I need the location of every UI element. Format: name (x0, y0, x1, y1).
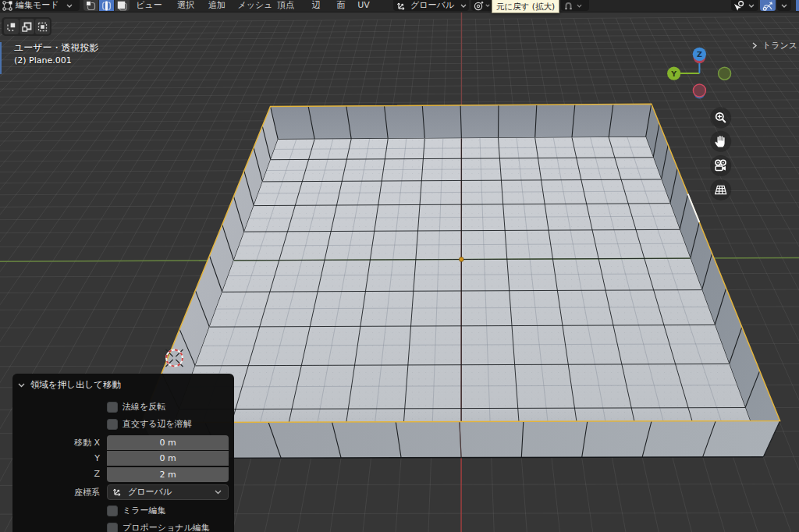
chevron-down-icon (748, 4, 755, 8)
active-object-label: (2) Plane.001 (14, 55, 72, 66)
overlays-dropdown-button[interactable] (777, 0, 791, 11)
dissolve-orthogonal-checkbox[interactable] (107, 419, 118, 430)
chevron-down-icon (18, 383, 25, 388)
move-z-label: Z (20, 469, 100, 479)
panel-orientation-dropdown[interactable]: グローバル (107, 484, 229, 500)
pan-button[interactable] (710, 131, 731, 152)
orientation-global-icon (112, 487, 123, 497)
operator-panel-header[interactable]: 領域を押し出して移動 (18, 379, 121, 391)
menu-face[interactable]: 面 (337, 0, 346, 11)
move-y-field[interactable]: 0 m (107, 451, 229, 466)
menu-mesh[interactable]: メッシュ (237, 0, 272, 11)
snap-button-group[interactable] (561, 0, 589, 11)
chevron-down-icon (577, 4, 582, 8)
camera-view-button[interactable] (710, 155, 731, 176)
xray-toggle-button[interactable] (796, 0, 799, 11)
gizmo-toggle-icon (733, 1, 744, 11)
menu-edge[interactable]: 辺 (312, 0, 321, 11)
mode-selector[interactable]: 編集モード (0, 0, 80, 11)
gizmo-x-ball (693, 84, 705, 97)
orientation-label: グローバル (410, 0, 454, 11)
proportional-editing-checkbox[interactable] (107, 523, 118, 532)
orientation-global-icon (396, 1, 407, 11)
move-z-field[interactable]: 2 m (107, 467, 229, 482)
select-mode-edge-button[interactable] (99, 0, 114, 11)
gizmo-y-label: Y (670, 69, 676, 78)
viewport-header: 編集モード (0, 0, 799, 12)
select-mode-face-button[interactable] (115, 0, 130, 11)
edit-mode-icon (2, 1, 12, 11)
toolbar-collapsed-sliver[interactable] (0, 42, 2, 74)
view-name-label: ユーザー・透視投影 (14, 41, 99, 55)
select-mode-group (83, 0, 130, 11)
orientation-dropdown[interactable]: グローバル (393, 0, 469, 11)
mirror-editing-row[interactable]: ミラー編集 (107, 505, 166, 516)
show-gizmo-button[interactable] (731, 0, 758, 11)
overlays-icon (762, 1, 773, 11)
select-subtract-button[interactable] (35, 19, 50, 34)
perspective-toggle-button[interactable] (710, 179, 731, 200)
mode-selector-label: 編集モード (16, 0, 59, 11)
show-overlays-button[interactable] (760, 0, 776, 11)
dissolve-orthogonal-label: 直交する辺を溶解 (123, 418, 192, 430)
operator-panel: 領域を押し出して移動 法線を反転 直交する辺を溶解 移動 X 0 m Y 0 m… (12, 374, 234, 532)
move-y-label: Y (20, 453, 100, 463)
menu-uv[interactable]: UV (357, 0, 370, 11)
dissolve-orthogonal-row[interactable]: 直交する辺を溶解 (107, 418, 192, 430)
select-extend-button[interactable] (20, 19, 34, 34)
chevron-down-icon (781, 4, 787, 8)
tooltip: 元に戻す (拡大) (492, 0, 559, 13)
move-x-label: 移動 X (20, 437, 100, 449)
flip-normals-checkbox[interactable] (107, 402, 118, 413)
proportional-editing-label: プロポーショナル編集 (123, 522, 210, 532)
menu-view[interactable]: ビュー (136, 0, 162, 11)
face-select-icon (117, 1, 127, 11)
zoom-button[interactable] (710, 108, 731, 129)
chevron-right-icon (751, 42, 758, 49)
edge-select-icon (101, 1, 112, 11)
flip-normals-row[interactable]: 法線を反転 (107, 401, 165, 413)
nav-buttons (710, 108, 731, 201)
gizmo-z-label: Z (697, 50, 702, 59)
mirror-editing-label: ミラー編集 (123, 505, 166, 516)
select-set-icon (6, 22, 16, 32)
menu-add[interactable]: 追加 (208, 0, 225, 11)
flip-normals-label: 法線を反転 (123, 401, 165, 413)
operator-panel-title: 領域を押し出して移動 (30, 379, 121, 391)
gizmo-y-neg-ball (719, 67, 731, 80)
move-x-field[interactable]: 0 m (107, 435, 229, 450)
vertex-select-icon (86, 1, 96, 11)
tool-settings-row (2, 17, 51, 36)
panel-orientation-value: グローバル (128, 486, 172, 498)
sidebar-tab-transform[interactable]: トランス (751, 40, 797, 51)
blender-window: Z Y (0, 0, 799, 532)
menu-vertex[interactable]: 頂点 (277, 0, 294, 11)
magnet-icon (563, 1, 574, 11)
proportional-edit-icon (474, 1, 484, 11)
select-set-button[interactable] (4, 19, 19, 34)
mirror-editing-checkbox[interactable] (107, 505, 118, 516)
chevron-down-icon (66, 4, 73, 8)
orientation-row-label: 座標系 (20, 487, 100, 498)
chevron-down-icon (485, 4, 490, 7)
menu-select[interactable]: 選択 (177, 0, 194, 11)
chevron-down-icon (215, 490, 222, 495)
axis-gizmo[interactable]: Z Y (667, 48, 730, 99)
select-extend-icon (22, 22, 32, 32)
select-mode-vertex-button[interactable] (83, 0, 98, 11)
proportional-editing-row[interactable]: プロポーショナル編集 (107, 522, 210, 532)
sidebar-tab-label: トランス (762, 40, 797, 51)
select-subtract-icon (37, 22, 48, 32)
chevron-down-icon (460, 4, 467, 8)
